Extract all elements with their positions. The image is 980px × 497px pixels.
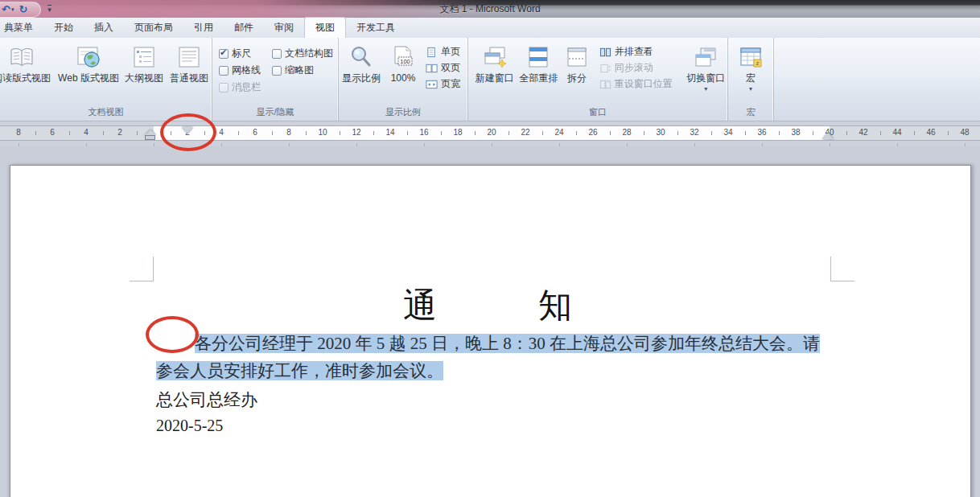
read-layout-view-button[interactable]: 阅读版式视图 [0, 42, 56, 84]
outline-icon [131, 44, 157, 70]
one-page-button[interactable]: 单页 [426, 45, 460, 59]
paragraph-line-2[interactable]: 参会人员安排好工作，准时参加会议。 [156, 357, 832, 384]
magnifier-icon [348, 44, 374, 70]
checkbox-icon [272, 66, 282, 76]
group-document-views: 阅读版式视图 Web 版式视图 [0, 38, 212, 121]
annotation-circle-paragraph-indent [146, 316, 199, 353]
checkbox-icon [219, 83, 229, 92]
draft-page-icon [176, 44, 202, 70]
reset-window-icon [599, 79, 611, 90]
signature-line[interactable]: 总公司总经办 [156, 386, 832, 413]
selected-text[interactable]: 各分公司经理于 2020 年 5 越 25 日，晚上 8：30 在上海总公司参加… [195, 334, 820, 353]
undo-icon: ↶ [2, 4, 10, 15]
group-label-macros: 宏 [728, 106, 773, 118]
checkbox-icon [272, 49, 282, 59]
page-width-icon [426, 79, 438, 90]
ribbon-empty-space [774, 38, 980, 121]
arrange-all-button[interactable]: 全部重排 [517, 42, 562, 84]
redo-icon: ↻ [19, 4, 27, 15]
undo-dropdown-icon[interactable]: ▾ [11, 6, 14, 13]
switch-windows-icon [693, 44, 719, 70]
thumbnails-checkbox[interactable]: 缩略图 [272, 64, 333, 77]
view-side-by-side-button[interactable]: 并排查看 [599, 45, 685, 59]
horizontal-ruler[interactable]: 8642246810121416182022242628303234363840… [0, 125, 980, 141]
two-pages-button[interactable]: 双页 [426, 61, 460, 75]
tab-references[interactable]: 引用 [183, 18, 224, 38]
redo-button[interactable]: ↻ [19, 4, 27, 15]
text-boundary-corner-mark-right [830, 257, 854, 281]
group-label-show-hide: 显示/隐藏 [212, 106, 338, 118]
zoom-button[interactable]: 显示比例 [339, 42, 384, 84]
synchronous-scrolling-button: 同步滚动 [599, 61, 685, 75]
split-icon [564, 44, 590, 70]
tab-review[interactable]: 审阅 [264, 18, 304, 38]
ribbon-tab-bar: 典菜单 开始 插入 页面布局 引用 邮件 审阅 视图 开发工具 [0, 18, 980, 39]
group-window: 新建窗口 全部重排 拆分 [468, 38, 728, 121]
selected-text[interactable]: 参会人员安排好工作，准时参加会议。 [156, 361, 443, 380]
page-width-button[interactable]: 页宽 [426, 77, 460, 91]
group-label-window: 窗口 [468, 106, 727, 118]
tab-classic-menu[interactable]: 典菜单 [0, 18, 43, 38]
quick-access-toolbar: ↶ ▾ ↻ ▾ [0, 0, 51, 18]
undo-button[interactable]: ↶ ▾ [2, 4, 14, 15]
svg-text:100: 100 [400, 58, 410, 65]
document-area: 通 知 各分公司经理于 2020 年 5 越 25 日，晚上 8：30 在上海总… [0, 146, 980, 497]
page-100-icon: 100 [390, 44, 416, 70]
switch-windows-button[interactable]: 切换窗口 ▾ [684, 42, 727, 92]
group-label-zoom: 显示比例 [339, 106, 467, 118]
side-by-side-icon [599, 47, 611, 58]
group-show-hide: 标尺 网格线 消息栏 文档结构图 [212, 38, 339, 121]
qat-pill: ↶ ▾ ↻ [0, 2, 41, 18]
ruler-checkbox[interactable]: 标尺 [219, 47, 272, 60]
macros-button[interactable]: z 宏 ▾ [731, 42, 770, 92]
ruler-band: 8642246810121416182022242628303234363840… [0, 121, 980, 146]
document-map-checkbox[interactable]: 文档结构图 [272, 47, 333, 60]
globe-page-icon [76, 44, 101, 70]
svg-text:z: z [756, 60, 760, 67]
text-boundary-corner-mark-left [130, 257, 154, 281]
group-zoom: 显示比例 100 100% [339, 38, 468, 121]
tab-mailings[interactable]: 邮件 [224, 18, 264, 38]
one-page-icon [426, 47, 438, 58]
macros-dropdown-icon[interactable]: ▾ [749, 85, 752, 92]
book-icon [9, 44, 35, 70]
arrange-all-icon [525, 44, 551, 70]
zoom-100-button[interactable]: 100 100% [384, 42, 422, 84]
outline-view-button[interactable]: 大纲视图 [121, 42, 167, 84]
customize-qat-button[interactable]: ▾ [47, 5, 51, 13]
annotation-circle-ruler-indent [160, 113, 216, 151]
two-pages-icon [426, 63, 438, 74]
macro-icon: z [738, 44, 764, 70]
new-window-button[interactable]: 新建窗口 [473, 42, 517, 84]
reset-window-position-button: 重设窗口位置 [599, 77, 685, 91]
new-window-icon [482, 44, 508, 70]
gridlines-checkbox[interactable]: 网格线 [219, 64, 272, 77]
sync-scroll-icon [599, 63, 611, 74]
hanging-indent-marker[interactable] [145, 129, 156, 135]
word-window: ↶ ▾ ↻ ▾ 文档 1 - Microsoft Word 典菜单 开始 插入 … [0, 0, 980, 497]
group-macros: z 宏 ▾ 宏 [728, 38, 774, 121]
checkbox-icon [219, 66, 229, 76]
document-title: 通 知 [156, 283, 830, 328]
tab-developer[interactable]: 开发工具 [346, 18, 406, 38]
message-bar-checkbox: 消息栏 [219, 80, 272, 94]
ribbon: 阅读版式视图 Web 版式视图 [0, 38, 980, 121]
switch-windows-dropdown-icon[interactable]: ▾ [704, 85, 707, 92]
paragraph-line-1[interactable]: 各分公司经理于 2020 年 5 越 25 日，晚上 8：30 在上海总公司参加… [156, 330, 832, 357]
tab-insert[interactable]: 插入 [84, 18, 124, 38]
left-indent-marker[interactable] [145, 135, 155, 140]
tab-view[interactable]: 视图 [304, 17, 346, 39]
checkbox-checked-icon [219, 49, 229, 59]
window-title: 文档 1 - Microsoft Word [0, 2, 980, 16]
split-button[interactable]: 拆分 [561, 42, 592, 84]
web-layout-view-button[interactable]: Web 版式视图 [56, 42, 121, 84]
tab-page-layout[interactable]: 页面布局 [124, 18, 183, 38]
title-bar: ↶ ▾ ↻ ▾ 文档 1 - Microsoft Word [0, 0, 980, 18]
draft-view-button[interactable]: 普通视图 [167, 42, 212, 84]
date-line[interactable]: 2020-5-25 [156, 412, 832, 439]
tab-home[interactable]: 开始 [43, 18, 84, 38]
right-indent-marker[interactable] [822, 133, 834, 139]
